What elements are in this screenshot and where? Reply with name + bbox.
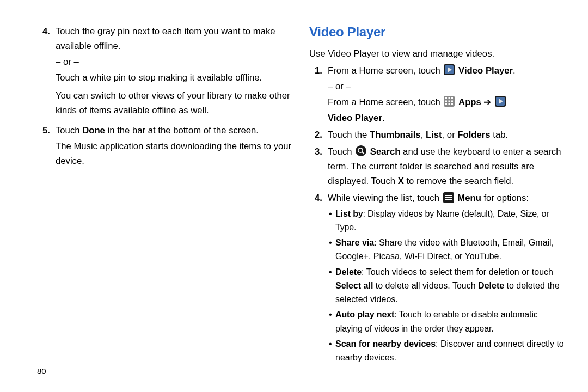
bold-text: Video Player: [458, 65, 513, 76]
or-separator: – or –: [56, 54, 293, 69]
paragraph: From a Home screen, touch Apps ➔: [328, 95, 565, 109]
list-body: While viewing the list, touch Menu for o…: [328, 191, 565, 366]
svg-rect-6: [451, 97, 453, 99]
bold-text: Share via: [335, 238, 374, 247]
bullet-item: • Share via: Share the video with Blueto…: [328, 236, 565, 264]
bullet-dot: •: [328, 337, 335, 351]
left-column: 4. Touch the gray pin next to each item …: [37, 20, 293, 367]
bold-text: Thumbnails: [370, 130, 421, 140]
svg-rect-5: [449, 97, 450, 99]
paragraph: From a Home screen, touch Video Player.: [328, 63, 565, 78]
apps-grid-icon: [444, 96, 455, 111]
bullet-dot: •: [328, 308, 335, 321]
paragraph: While viewing the list, touch Menu for o…: [328, 191, 565, 205]
right-column: Video Player Use Video Player to view an…: [309, 20, 565, 367]
svg-rect-4: [445, 97, 447, 99]
text: tab.: [491, 130, 508, 140]
text: While viewing the list, touch: [328, 193, 442, 203]
bullet-item: • Scan for nearby devices: Discover and …: [328, 337, 565, 365]
text: in the bar at the bottom of the screen.: [105, 125, 259, 136]
text: .: [513, 65, 516, 76]
bullet-text: Delete: Touch videos to select them for …: [335, 265, 565, 307]
bold-text: List: [426, 130, 442, 140]
bullet-dot: •: [328, 236, 335, 249]
video-player-icon: [444, 64, 455, 79]
list-item-4: 4. Touch the gray pin next to each item …: [37, 24, 293, 119]
text: From a Home screen, touch: [328, 97, 443, 107]
bold-text: Apps: [458, 97, 481, 107]
text: to remove the search field.: [404, 176, 513, 186]
bold-text: List by: [335, 209, 363, 218]
paragraph: Touch the gray pin next to each item you…: [56, 24, 293, 53]
video-player-icon: [495, 96, 506, 111]
bold-text: Folders: [457, 130, 490, 140]
svg-rect-10: [445, 103, 447, 105]
list-number: 2.: [309, 127, 328, 142]
video-player-heading: Video Player: [309, 22, 565, 43]
page-number: 80: [37, 365, 46, 378]
text: to delete all videos. Touch: [373, 281, 478, 290]
list-item-5: 5. Touch Done in the bar at the bottom o…: [37, 123, 293, 169]
paragraph: Touch Search and use the keyboard to ent…: [328, 144, 565, 188]
bullet-dot: •: [328, 207, 335, 220]
bullet-dot: •: [328, 265, 335, 279]
list-number: 5.: [37, 123, 56, 138]
svg-rect-22: [445, 199, 452, 200]
list-item-2: 2. Touch the Thumbnails, List, or Folder…: [309, 127, 565, 143]
bold-text: Auto play next: [335, 310, 394, 319]
list-body: Touch the gray pin next to each item you…: [56, 24, 293, 119]
text: : Touch videos to select them for deleti…: [362, 267, 553, 277]
bold-text: Delete: [478, 281, 504, 290]
list-body: Touch the Thumbnails, List, or Folders t…: [328, 127, 565, 143]
search-icon: [356, 145, 366, 161]
or-separator: – or –: [328, 79, 565, 94]
list-body: Touch Search and use the keyboard to ent…: [328, 144, 565, 189]
paragraph: Touch the Thumbnails, List, or Folders t…: [328, 127, 565, 142]
text: : Display videos by Name (default), Date…: [335, 209, 549, 232]
bullet-text: List by: Display videos by Name (default…: [335, 207, 565, 235]
menu-icon: [443, 192, 454, 207]
bullet-item: • Delete: Touch videos to select them fo…: [328, 265, 565, 307]
bold-text: Done: [82, 125, 105, 136]
list-item-3: 3. Touch Search and use the keyboard to …: [309, 144, 565, 189]
text: ,: [421, 130, 426, 140]
list-number: 4.: [37, 24, 56, 39]
list-body: Touch Done in the bar at the bottom of t…: [56, 123, 293, 169]
svg-rect-8: [449, 101, 450, 102]
text: Touch: [328, 146, 354, 157]
bullet-item: • Auto play next: Touch to enable or dis…: [328, 308, 565, 335]
text: From a Home screen, touch: [328, 65, 443, 76]
list-item-4: 4. While viewing the list, touch Menu fo…: [309, 191, 565, 366]
list-number: 1.: [309, 63, 328, 78]
list-number: 4.: [309, 191, 328, 205]
svg-rect-20: [445, 195, 452, 196]
bold-text: Select all: [335, 281, 373, 290]
svg-point-16: [356, 145, 366, 156]
text: Touch the: [328, 130, 370, 140]
svg-rect-9: [451, 101, 453, 102]
bold-text: Video Player: [328, 113, 382, 123]
bullet-text: Share via: Share the video with Bluetoot…: [335, 236, 565, 264]
svg-rect-12: [451, 103, 453, 105]
intro-text: Use Video Player to view and manage vide…: [309, 46, 565, 61]
svg-rect-7: [445, 101, 447, 102]
list-item-1: 1. From a Home screen, touch Video Playe…: [309, 63, 565, 126]
paragraph: Touch a white pin to stop making it avai…: [56, 70, 293, 85]
text: for options:: [481, 193, 529, 203]
text: .: [382, 113, 385, 123]
bullet-text: Scan for nearby devices: Discover and co…: [335, 337, 565, 365]
bold-text: Delete: [335, 267, 362, 277]
bullet-list: • List by: Display videos by Name (defau…: [328, 207, 565, 365]
bold-text: Scan for nearby devices: [335, 339, 436, 348]
paragraph: Touch Done in the bar at the bottom of t…: [56, 123, 293, 138]
svg-rect-11: [449, 103, 450, 105]
bold-text: X: [398, 176, 404, 186]
list-number: 3.: [309, 144, 328, 159]
bold-text: Menu: [457, 193, 481, 203]
bullet-text: Auto play next: Touch to enable or disab…: [335, 308, 565, 335]
bold-text: Search: [370, 146, 401, 157]
manual-page: 4. Touch the gray pin next to each item …: [0, 0, 588, 378]
arrow: ➔: [481, 97, 494, 107]
paragraph: Video Player.: [328, 111, 565, 125]
svg-rect-21: [445, 197, 452, 198]
